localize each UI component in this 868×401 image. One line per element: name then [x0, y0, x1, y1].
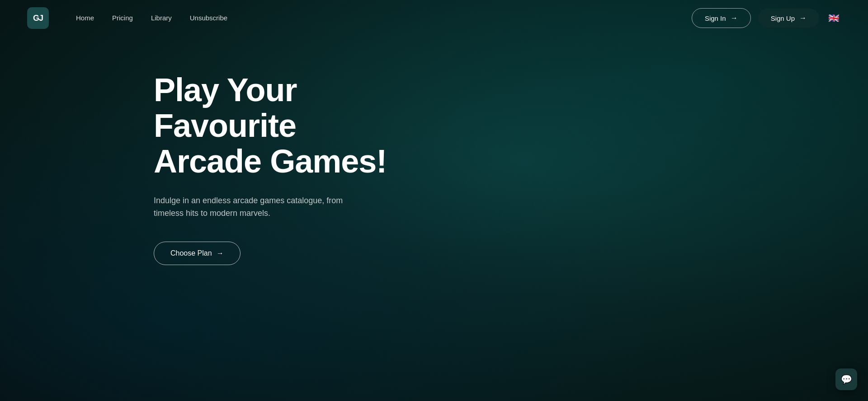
logo-text: GJ	[33, 14, 43, 23]
sign-in-label: Sign In	[705, 14, 726, 22]
language-selector[interactable]: 🇬🇧	[826, 11, 841, 25]
chat-icon: 💬	[841, 374, 852, 385]
flag-emoji: 🇬🇧	[828, 13, 840, 23]
sign-up-arrow-icon: →	[799, 14, 807, 22]
hero-title-line2: Arcade Games!	[154, 143, 387, 179]
sign-in-button[interactable]: Sign In →	[692, 8, 751, 28]
sign-up-label: Sign Up	[771, 14, 795, 22]
nav-item-library[interactable]: Library	[151, 14, 172, 22]
chat-widget[interactable]: 💬	[835, 368, 857, 390]
nav-item-home[interactable]: Home	[76, 14, 94, 22]
nav-links: Home Pricing Library Unsubscribe	[76, 14, 227, 22]
choose-plan-arrow-icon: →	[217, 249, 224, 257]
hero-subtitle: Indulge in an endless arcade games catal…	[154, 194, 362, 220]
nav-link-library[interactable]: Library	[151, 14, 172, 22]
nav-link-unsubscribe[interactable]: Unsubscribe	[190, 14, 227, 22]
hero-title: Play Your Favourite Arcade Games!	[154, 72, 407, 180]
logo-box: GJ	[27, 7, 49, 29]
nav-link-home[interactable]: Home	[76, 14, 94, 22]
sign-in-arrow-icon: →	[731, 14, 738, 22]
logo[interactable]: GJ	[27, 7, 49, 29]
hero-title-line1: Play Your Favourite	[154, 72, 297, 144]
nav-item-unsubscribe[interactable]: Unsubscribe	[190, 14, 227, 22]
navbar: GJ Home Pricing Library Unsubscribe Sign…	[0, 0, 868, 36]
nav-left: GJ Home Pricing Library Unsubscribe	[27, 7, 227, 29]
choose-plan-button[interactable]: Choose Plan →	[154, 242, 241, 265]
hero-section: Play Your Favourite Arcade Games! Indulg…	[0, 36, 434, 292]
sign-up-button[interactable]: Sign Up →	[758, 9, 819, 28]
choose-plan-label: Choose Plan	[170, 249, 212, 257]
nav-item-pricing[interactable]: Pricing	[112, 14, 133, 22]
nav-link-pricing[interactable]: Pricing	[112, 14, 133, 22]
nav-right: Sign In → Sign Up → 🇬🇧	[692, 8, 841, 28]
